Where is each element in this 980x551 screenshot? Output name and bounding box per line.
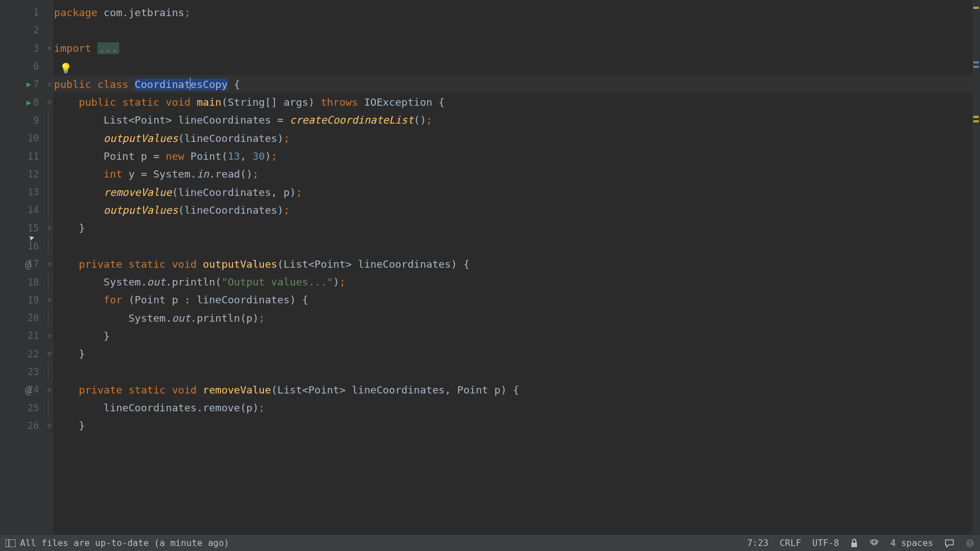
gutter-row[interactable]: 15⊟ (0, 219, 52, 237)
run-icon[interactable]: ▶ (27, 80, 31, 88)
line-number: 26 (22, 420, 39, 431)
gutter-row[interactable]: 1 (0, 3, 52, 21)
code-line[interactable]: import ... (53, 40, 980, 57)
line-number: 12 (22, 169, 39, 180)
override-icon[interactable]: @ (25, 384, 31, 396)
gutter-row[interactable]: 16 (0, 237, 52, 255)
code-line[interactable]: private static void removeValue(List<Poi… (53, 381, 980, 399)
code-line[interactable]: List<Point> lineCoordinates = createCoor… (53, 111, 980, 129)
scroll-mark-info[interactable] (973, 61, 979, 63)
code-line[interactable]: for (Point p : lineCoordinates) { (53, 291, 980, 309)
line-number: 18 (22, 277, 39, 288)
scrollbar-marks[interactable] (972, 0, 980, 534)
code-line[interactable]: } (53, 345, 980, 363)
fold-close-icon[interactable]: ⊟ (47, 350, 51, 357)
gutter-row[interactable]: ▶8⊟ (0, 93, 52, 111)
fold-collapse-icon[interactable]: ⊟ (47, 81, 51, 88)
fold-collapse-icon[interactable]: ⊟ (47, 260, 51, 268)
problems-icon[interactable] (966, 539, 974, 548)
line-number: 25 (22, 402, 39, 414)
svg-rect-0 (6, 539, 16, 547)
gutter-row[interactable]: 6 (0, 57, 52, 75)
cursor-position[interactable]: 7:23 (747, 538, 769, 548)
code-line[interactable]: lineCoordinates.remove(p); (53, 399, 980, 417)
code-area[interactable]: 💡 package com.jetbrains; import ... publ… (53, 0, 980, 534)
editor-area: 1 2 3⊞ 6 ▶7⊟ ▶8⊟ 9 10 11 12 13 14 15⊟ 16… (0, 0, 980, 534)
code-line[interactable] (53, 237, 980, 255)
code-line[interactable]: } (53, 417, 980, 435)
code-line[interactable] (53, 363, 980, 381)
run-icon[interactable]: ▶ (27, 98, 31, 107)
code-line-current[interactable]: public class CoordinatesCopy { (53, 75, 980, 93)
gutter-row[interactable]: 26⊟ (0, 417, 52, 435)
gutter-row[interactable]: @24⊟ (0, 381, 52, 399)
line-number: 21 (22, 330, 39, 341)
gutter-row[interactable]: 25 (0, 399, 52, 417)
code-line[interactable]: } (53, 219, 980, 237)
gutter-row[interactable]: ▶7⊟ (0, 75, 52, 93)
code-line[interactable]: outputValues(lineCoordinates); (53, 129, 980, 147)
code-line[interactable]: System.out.println(p); (53, 309, 980, 327)
code-line[interactable]: int y = System.in.read(); (53, 165, 980, 183)
line-number: 19 (22, 294, 39, 306)
inspector-icon[interactable] (869, 539, 879, 548)
svg-point-4 (872, 540, 873, 542)
indent-setting[interactable]: 4 spaces (890, 538, 933, 548)
gutter-row[interactable]: 10 (0, 129, 52, 147)
code-line[interactable]: outputValues(lineCoordinates); (53, 201, 980, 219)
line-number: 15 (22, 223, 39, 234)
gutter-row[interactable]: 11 (0, 147, 52, 165)
gutter-row[interactable]: 2 (0, 21, 52, 39)
gutter-row[interactable]: 3⊞ (0, 40, 52, 57)
fold-collapse-icon[interactable]: ⊟ (47, 296, 51, 303)
gutter-row[interactable]: 23 (0, 363, 52, 381)
gutter-row[interactable]: 18 (0, 273, 52, 291)
gutter-row[interactable]: 20 (0, 309, 52, 327)
svg-rect-7 (969, 541, 971, 544)
gutter-row[interactable]: 14 (0, 201, 52, 219)
line-number: 13 (22, 186, 39, 198)
line-number: 11 (22, 151, 39, 162)
fold-collapse-icon[interactable]: ⊟ (47, 99, 51, 106)
code-line[interactable] (53, 57, 980, 75)
code-line[interactable]: public static void main(String[] args) t… (53, 93, 980, 111)
line-number: 22 (22, 348, 39, 360)
code-line[interactable]: System.out.println("Output values..."); (53, 273, 980, 291)
scroll-mark-warn[interactable] (973, 116, 979, 118)
gutter-row[interactable]: 19⊟ (0, 291, 52, 309)
override-icon[interactable]: @ (25, 258, 31, 270)
encoding[interactable]: UTF-8 (812, 538, 839, 548)
code-line[interactable] (53, 21, 980, 39)
line-separator[interactable]: CRLF (780, 538, 801, 548)
line-number: 9 (22, 115, 39, 126)
scroll-mark-info[interactable] (973, 66, 979, 68)
gutter-row[interactable]: 22⊟ (0, 345, 52, 363)
svg-point-5 (875, 540, 876, 542)
code-line[interactable]: private static void outputValues(List<Po… (53, 255, 980, 273)
svg-rect-8 (969, 544, 971, 545)
intention-bulb-icon[interactable]: 💡 (60, 62, 72, 74)
svg-point-3 (870, 540, 878, 543)
gutter-row[interactable]: 21⊟ (0, 327, 52, 345)
gutter: 1 2 3⊞ 6 ▶7⊟ ▶8⊟ 9 10 11 12 13 14 15⊟ 16… (0, 0, 53, 534)
fold-close-icon[interactable]: ⊟ (47, 332, 51, 340)
folded-region[interactable]: ... (97, 42, 119, 54)
gutter-row[interactable]: 9 (0, 111, 52, 129)
scroll-mark-warn[interactable] (973, 7, 979, 9)
status-bar: All files are up-to-date (a minute ago) … (0, 534, 980, 551)
tool-window-icon[interactable] (6, 539, 16, 547)
gutter-row[interactable]: @17⊟ (0, 255, 52, 273)
scroll-mark-warn[interactable] (973, 120, 979, 122)
gutter-row[interactable]: 12 (0, 165, 52, 183)
gutter-row[interactable]: 13 (0, 183, 52, 201)
code-line[interactable]: } (53, 327, 980, 345)
code-line[interactable]: package com.jetbrains; (53, 3, 980, 21)
chat-icon[interactable] (944, 539, 954, 548)
fold-expand-icon[interactable]: ⊞ (47, 45, 51, 52)
code-line[interactable]: Point p = new Point(13, 30); (53, 147, 980, 165)
lock-icon[interactable] (850, 539, 858, 548)
fold-close-icon[interactable]: ⊟ (47, 224, 51, 232)
code-line[interactable]: removeValue(lineCoordinates, p); (53, 183, 980, 201)
fold-close-icon[interactable]: ⊟ (47, 422, 51, 429)
fold-collapse-icon[interactable]: ⊟ (47, 386, 51, 393)
